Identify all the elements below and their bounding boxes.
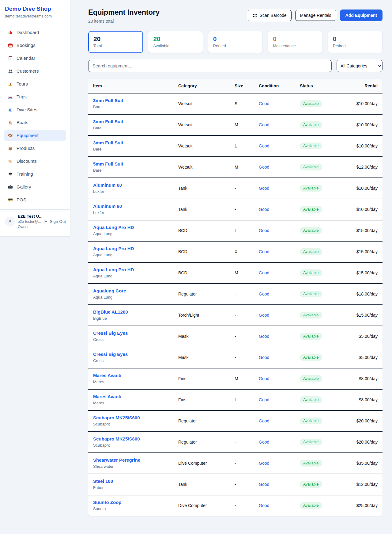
- sidebar-item-training[interactable]: Training: [4, 168, 66, 180]
- item-link[interactable]: Cressi Big Eyes: [93, 330, 128, 336]
- item-size: -: [235, 440, 259, 444]
- sign-out-button[interactable]: Sign Out: [43, 219, 66, 224]
- item-condition-link[interactable]: Good: [259, 165, 300, 170]
- item-condition-link[interactable]: Good: [259, 482, 300, 487]
- item-condition-link[interactable]: Good: [259, 292, 300, 296]
- item-condition-link[interactable]: Good: [259, 334, 300, 339]
- sidebar-item-gallery[interactable]: Gallery: [4, 181, 66, 193]
- item-condition-link[interactable]: Good: [259, 122, 300, 127]
- sidebar-item-dashboard[interactable]: Dashboard: [4, 27, 66, 38]
- item-condition-link[interactable]: Good: [259, 186, 300, 191]
- item-link[interactable]: Scubapro MK25/S600: [93, 436, 140, 441]
- item-link[interactable]: Aluminum 80: [93, 204, 122, 209]
- status-badge: Available: [300, 418, 322, 424]
- stat-card-retired[interactable]: 0 Retired: [328, 31, 383, 53]
- item-cell: Aqua Lung Pro HD Aqua Lung: [93, 225, 178, 236]
- gallery-icon: [8, 185, 13, 189]
- stat-label: Rented: [213, 44, 258, 48]
- status-cell: Available: [300, 502, 344, 509]
- table-row: Cressi Big Eyes Cressi Mask - Good Avail…: [88, 347, 383, 368]
- brand-title[interactable]: Demo Dive Shop: [5, 6, 65, 12]
- item-condition-link[interactable]: Good: [259, 503, 300, 508]
- table-row: Scubapro MK25/S600 Scubapro Regulator - …: [88, 411, 383, 432]
- item-condition-link[interactable]: Good: [259, 207, 300, 212]
- item-cell: Steel 100 Faber: [93, 479, 178, 490]
- item-brand: Bare: [93, 126, 178, 130]
- filter-row: All Categories: [88, 60, 383, 72]
- item-link[interactable]: Mares Avanti: [93, 373, 121, 378]
- search-input[interactable]: [88, 60, 332, 72]
- sidebar-item-discounts[interactable]: Discounts: [4, 155, 66, 167]
- item-link[interactable]: 3mm Full Suit: [93, 140, 123, 145]
- item-condition-link[interactable]: Good: [259, 461, 300, 466]
- item-condition-link[interactable]: Good: [259, 440, 300, 444]
- bookings-icon: 17: [8, 43, 13, 48]
- item-link[interactable]: Cressi Big Eyes: [93, 352, 128, 357]
- status-badge: Available: [300, 227, 322, 234]
- status-badge: Available: [300, 143, 322, 149]
- scan-barcode-label: Scan Barcode: [260, 13, 287, 17]
- sidebar-item-trips[interactable]: Trips: [4, 91, 66, 103]
- item-link[interactable]: Shearwater Peregrine: [93, 457, 140, 463]
- page-header: Equipment Inventory 20 items total Scan …: [88, 8, 383, 24]
- sidebar-item-label: Trips: [17, 94, 27, 100]
- item-link[interactable]: 5mm Full Suit: [93, 161, 123, 166]
- category-select[interactable]: All Categories: [337, 60, 383, 72]
- item-link[interactable]: Aluminum 80: [93, 182, 122, 188]
- item-brand: BigBlue: [93, 316, 178, 321]
- item-category: Mask: [178, 355, 235, 360]
- status-cell: Available: [300, 333, 344, 340]
- table-body: 3mm Full Suit Bare Wetsuit S Good Availa…: [88, 93, 383, 516]
- item-condition-link[interactable]: Good: [259, 397, 300, 402]
- stat-card-total[interactable]: 20 Total: [88, 31, 143, 53]
- item-link[interactable]: Aqua Lung Pro HD: [93, 246, 134, 251]
- item-link[interactable]: Aqua Lung Pro HD: [93, 267, 134, 272]
- sidebar-item-equipment[interactable]: Equipment: [4, 130, 66, 141]
- sidebar-item-boats[interactable]: Boats: [4, 117, 66, 128]
- scan-barcode-button[interactable]: Scan Barcode: [248, 10, 292, 21]
- item-category: BCD: [178, 270, 235, 275]
- sidebar-item-label: Bookings: [17, 43, 36, 48]
- table-row: Aluminum 80 Luxfer Tank - Good Available…: [88, 199, 383, 220]
- stat-card-available[interactable]: 20 Available: [148, 31, 203, 53]
- sidebar-item-calendar[interactable]: Calendar: [4, 52, 66, 64]
- item-condition-link[interactable]: Good: [259, 249, 300, 254]
- status-badge: Available: [300, 164, 322, 170]
- column-header-condition: Condition: [259, 83, 300, 88]
- sidebar-item-products[interactable]: Products: [4, 143, 66, 154]
- stat-card-maintenance[interactable]: 0 Maintenance: [268, 31, 322, 53]
- item-condition-link[interactable]: Good: [259, 355, 300, 360]
- status-badge: Available: [300, 185, 322, 192]
- item-link[interactable]: Steel 100: [93, 479, 113, 484]
- item-condition-link[interactable]: Good: [259, 101, 300, 106]
- item-link[interactable]: Scubapro MK25/S600: [93, 415, 140, 420]
- item-link[interactable]: Aqualung Core: [93, 288, 126, 293]
- item-rental-rate: $20.00/day: [344, 418, 378, 423]
- sidebar-item-tours[interactable]: Tours: [4, 78, 66, 90]
- sidebar-item-label: Boats: [17, 120, 28, 125]
- item-link[interactable]: BigBlue AL1200: [93, 309, 128, 315]
- sidebar-item-customers[interactable]: Customers: [4, 65, 66, 77]
- sign-out-icon: [43, 219, 48, 224]
- item-cell: Aqua Lung Pro HD Aqua Lung: [93, 267, 178, 278]
- item-link[interactable]: Suunto Zoop: [93, 500, 121, 505]
- manage-rentals-button[interactable]: Manage Rentals: [295, 10, 336, 21]
- item-condition-link[interactable]: Good: [259, 270, 300, 275]
- item-condition-link[interactable]: Good: [259, 313, 300, 318]
- item-condition-link[interactable]: Good: [259, 376, 300, 381]
- stat-label: Total: [93, 44, 138, 48]
- item-condition-link[interactable]: Good: [259, 418, 300, 423]
- item-brand: Aqua Lung: [93, 274, 178, 278]
- sidebar-item-bookings[interactable]: 17 Bookings: [4, 40, 66, 51]
- stat-card-rented[interactable]: 0 Rented: [208, 31, 263, 53]
- item-condition-link[interactable]: Good: [259, 228, 300, 233]
- item-link[interactable]: Mares Avanti: [93, 394, 121, 399]
- item-cell: Mares Avanti Mares: [93, 373, 178, 384]
- item-link[interactable]: Aqua Lung Pro HD: [93, 225, 134, 230]
- sidebar-item-dive-sites[interactable]: Dive Sites: [4, 104, 66, 116]
- item-link[interactable]: 3mm Full Suit: [93, 119, 123, 124]
- sidebar-item-pos[interactable]: POS: [4, 194, 66, 206]
- item-condition-link[interactable]: Good: [259, 143, 300, 148]
- item-link[interactable]: 3mm Full Suit: [93, 98, 123, 103]
- add-equipment-button[interactable]: Add Equipment: [340, 10, 383, 21]
